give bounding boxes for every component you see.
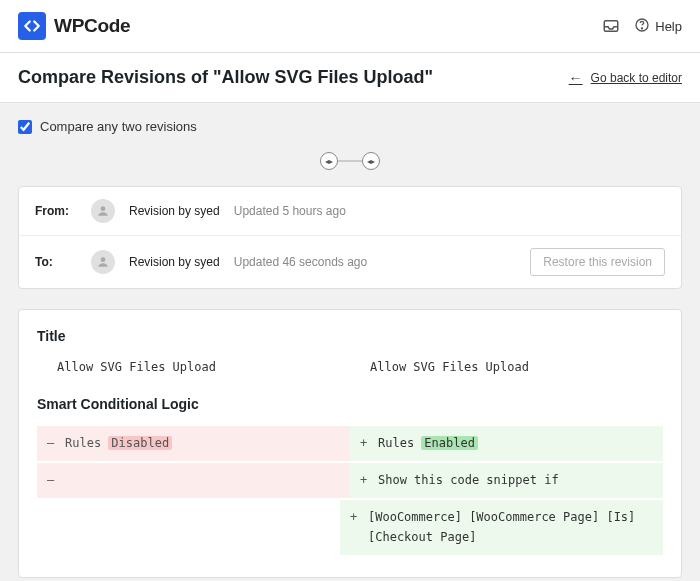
diff-cond-heading: Smart Conditional Logic: [37, 396, 663, 412]
title-diff-row: Allow SVG Files Upload Allow SVG Files U…: [37, 358, 663, 376]
restore-revision-button[interactable]: Restore this revision: [530, 248, 665, 276]
brand-logo: WPCode: [18, 12, 130, 40]
minus-icon: –: [47, 471, 57, 490]
main-container: Compare any two revisions ◂▸ ◂▸ From: Re…: [0, 103, 700, 581]
cond-right-cell: + [WooCommerce] [WooCommerce Page] [Is] …: [340, 500, 663, 554]
cond-row: + [WooCommerce] [WooCommerce Page] [Is] …: [37, 500, 663, 554]
title-left: Allow SVG Files Upload: [37, 358, 350, 376]
cond-left-cell: – Rules Disabled: [37, 426, 350, 461]
diff-card: Title Allow SVG Files Upload Allow SVG F…: [18, 309, 682, 578]
revisions-card: From: Revision by syed Updated 5 hours a…: [18, 186, 682, 289]
avatar: [91, 250, 115, 274]
minus-icon: –: [47, 434, 57, 453]
cond-row: – Rules Disabled + Rules Enabled: [37, 426, 663, 461]
plus-icon: +: [360, 434, 370, 453]
added-highlight: Enabled: [421, 436, 478, 450]
header-right: Help: [602, 17, 682, 36]
cond-right-cell: + Show this code snippet if: [350, 463, 663, 498]
revision-from-row: From: Revision by syed Updated 5 hours a…: [19, 187, 681, 235]
svg-point-2: [642, 27, 643, 28]
brand-name: WPCode: [54, 15, 130, 37]
arrow-left-icon: ←: [569, 70, 583, 86]
cond-left-cell: –: [37, 463, 350, 498]
cond-right-cell: + Rules Enabled: [350, 426, 663, 461]
slider-track: [338, 160, 362, 162]
back-label: Go back to editor: [591, 71, 682, 85]
removed-highlight: Disabled: [108, 436, 172, 450]
to-label: To:: [35, 255, 77, 269]
svg-point-3: [101, 206, 106, 211]
app-header: WPCode Help: [0, 0, 700, 53]
svg-point-4: [101, 257, 106, 262]
compare-checkbox-label: Compare any two revisions: [40, 119, 197, 134]
help-link[interactable]: Help: [634, 17, 682, 36]
help-label: Help: [655, 19, 682, 34]
to-time: Updated 46 seconds ago: [234, 255, 367, 269]
from-by: Revision by syed: [129, 204, 220, 218]
compare-any-two-checkbox[interactable]: Compare any two revisions: [18, 119, 682, 134]
logo-icon: [18, 12, 46, 40]
title-right: Allow SVG Files Upload: [350, 358, 663, 376]
cond-row: – + Show this code snippet if: [37, 463, 663, 498]
plus-icon: +: [350, 508, 360, 527]
avatar: [91, 199, 115, 223]
inbox-icon[interactable]: [602, 17, 620, 35]
page-header: Compare Revisions of "Allow SVG Files Up…: [0, 53, 700, 103]
revision-slider: ◂▸ ◂▸: [18, 152, 682, 170]
help-icon: [634, 17, 650, 36]
compare-checkbox-input[interactable]: [18, 120, 32, 134]
revision-to-row: To: Revision by syed Updated 46 seconds …: [19, 235, 681, 288]
from-time: Updated 5 hours ago: [234, 204, 346, 218]
from-label: From:: [35, 204, 77, 218]
diff-title-heading: Title: [37, 328, 663, 344]
cond-left-empty: [37, 500, 340, 554]
back-to-editor-link[interactable]: ← Go back to editor: [569, 70, 682, 86]
plus-icon: +: [360, 471, 370, 490]
to-by: Revision by syed: [129, 255, 220, 269]
slider-handle-right[interactable]: ◂▸: [362, 152, 380, 170]
slider-handle-left[interactable]: ◂▸: [320, 152, 338, 170]
page-title: Compare Revisions of "Allow SVG Files Up…: [18, 67, 433, 88]
